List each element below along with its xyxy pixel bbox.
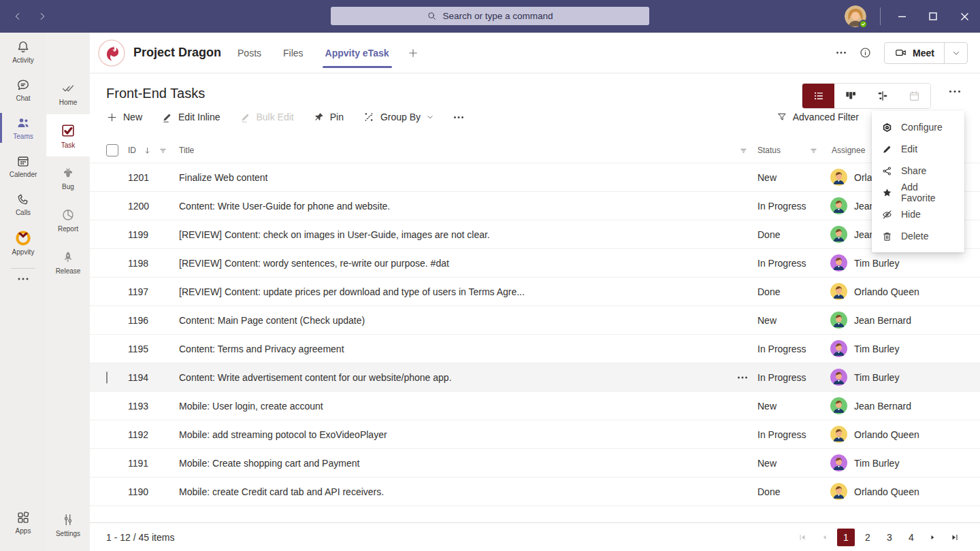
menu-item-share[interactable]: Share <box>872 160 964 182</box>
tab-files[interactable]: Files <box>283 33 304 73</box>
assignee-name: Tim Burley <box>854 344 899 354</box>
rail-item-calendar[interactable]: Calender <box>0 147 46 185</box>
module-item-task[interactable]: Task <box>46 114 90 156</box>
table-row[interactable]: 1194 Content: Write advertisement conten… <box>90 363 980 392</box>
rail-item-teams[interactable]: Teams <box>0 109 46 147</box>
page-number-button[interactable]: 2 <box>859 529 877 546</box>
assignee-name: Orlando Queen <box>854 486 919 497</box>
first-page-icon <box>798 533 807 542</box>
minimize-icon <box>898 12 906 21</box>
column-filter-icon[interactable] <box>159 146 167 155</box>
table-row[interactable]: 1195 Content: Terms and Privacy agreemen… <box>90 335 980 363</box>
tab-posts[interactable]: Posts <box>238 33 261 73</box>
assignee-avatar <box>830 454 847 471</box>
table-row[interactable]: 1199 [REVIEW] Content: check on images i… <box>90 220 980 249</box>
column-filter-icon[interactable] <box>809 146 818 155</box>
list-view-button[interactable] <box>802 84 834 108</box>
rail-item-appvity[interactable]: Appvity <box>0 223 46 261</box>
maximize-button[interactable] <box>917 0 949 33</box>
assignee-avatar <box>830 397 847 414</box>
page-number-button[interactable]: 3 <box>881 529 898 546</box>
tab-appvity-etask[interactable]: Appvity eTask <box>325 33 389 73</box>
table-row[interactable]: 1191 Mobile: Create shopping cart and Pa… <box>90 449 980 478</box>
pin-button[interactable]: Pin <box>313 112 344 123</box>
back-button[interactable] <box>11 10 24 23</box>
view-more-button[interactable] <box>949 90 961 93</box>
forward-button[interactable] <box>35 10 49 23</box>
previous-page-button[interactable] <box>815 529 833 546</box>
bulk-edit-button[interactable]: Bulk Edit <box>240 112 294 123</box>
rail-more-button[interactable] <box>17 277 29 281</box>
table-row[interactable]: 1201 Finalize Web content New Orlando Q <box>90 163 980 192</box>
rail-item-apps[interactable]: Apps <box>0 503 46 541</box>
gantt-view-button[interactable] <box>866 84 898 108</box>
assignee-avatar <box>830 254 847 271</box>
menu-item-delete[interactable]: Delete <box>872 225 964 247</box>
menu-item-configure[interactable]: Configure <box>872 116 964 138</box>
board-view-button[interactable] <box>834 84 866 108</box>
column-header-status[interactable]: Status <box>757 146 823 155</box>
toolbar-more-button[interactable] <box>453 116 464 119</box>
table-row[interactable]: 1192 Mobile: add streaming potocol to Ex… <box>90 420 980 449</box>
module-item-report[interactable]: Report <box>46 199 90 241</box>
more-dots-icon <box>17 277 29 281</box>
next-page-button[interactable] <box>924 529 942 546</box>
edit-inline-button[interactable]: Edit Inline <box>161 112 220 123</box>
rail-item-calls[interactable]: Calls <box>0 185 46 223</box>
row-more-button[interactable] <box>737 375 748 379</box>
new-button[interactable]: New <box>106 112 142 123</box>
menu-item-edit[interactable]: Edit <box>872 138 964 160</box>
menu-item-hide[interactable]: Hide <box>872 203 964 225</box>
meet-split-button: Meet <box>884 42 968 64</box>
calendar-view-button[interactable] <box>898 84 930 108</box>
task-status: New <box>757 401 823 412</box>
channel-info-button[interactable] <box>859 46 872 59</box>
task-status: New <box>757 458 823 469</box>
etask-module-sidebar: Home Task Bug Report Release Settings <box>46 33 90 551</box>
task-id: 1195 <box>128 344 179 354</box>
table-row[interactable]: 1197 [REVIEW] Content: update prices per… <box>90 278 980 306</box>
first-page-button[interactable] <box>794 529 811 546</box>
row-checkbox[interactable] <box>106 371 108 384</box>
eye-slash-icon <box>881 209 893 220</box>
rail-item-activity[interactable]: Activity <box>0 33 46 71</box>
module-item-bug[interactable]: Bug <box>46 156 90 199</box>
team-name: Project Dragon <box>133 46 221 60</box>
menu-item-add-favorite[interactable]: Add Favorite <box>872 182 964 203</box>
sort-descending-icon[interactable] <box>143 146 152 155</box>
meet-dropdown-button[interactable] <box>944 43 967 63</box>
module-item-release[interactable]: Release <box>46 241 90 283</box>
bug-icon <box>60 165 76 180</box>
items-count: 1 - 12 / 45 items <box>106 532 174 543</box>
settings-sliders-icon <box>60 512 76 527</box>
table-row[interactable]: 1193 Mobile: User login, create account … <box>90 392 980 420</box>
table-row[interactable]: 1198 [REVIEW] Content: wordy sentences, … <box>90 249 980 278</box>
task-status: Done <box>757 486 823 497</box>
column-header-title[interactable]: Title <box>179 146 757 155</box>
last-page-button[interactable] <box>946 529 964 546</box>
module-item-home[interactable]: Home <box>46 72 90 114</box>
command-search-input[interactable]: Search or type a command <box>331 7 649 25</box>
search-icon <box>427 11 437 21</box>
channel-more-button[interactable] <box>836 51 847 54</box>
page-number-button[interactable]: 4 <box>902 529 920 546</box>
table-row[interactable]: 1190 Mobile: create Credit card tab and … <box>90 478 980 506</box>
select-all-checkbox[interactable] <box>106 144 118 156</box>
table-row[interactable]: 1196 Content: Main Page content (Check u… <box>90 306 980 335</box>
table-row[interactable]: 1200 Content: Write User-Guide for phone… <box>90 192 980 220</box>
table-body: 1201 Finalize Web content New Orlando Q <box>90 163 980 506</box>
add-tab-button[interactable] <box>407 47 419 59</box>
minimize-button[interactable] <box>886 0 917 33</box>
group-by-button[interactable]: Group By <box>363 111 434 123</box>
column-header-id[interactable]: ID <box>128 146 179 155</box>
close-button[interactable] <box>949 0 980 33</box>
module-item-settings[interactable]: Settings <box>46 503 90 546</box>
rail-item-chat[interactable]: Chat <box>0 71 46 109</box>
report-pie-icon <box>60 207 76 222</box>
user-avatar[interactable] <box>845 5 866 27</box>
page-number-button[interactable]: 1 <box>837 529 855 546</box>
assignee-name: Tim Burley <box>854 372 899 383</box>
meet-button[interactable]: Meet <box>885 43 944 63</box>
advanced-filter-button[interactable]: Advanced Filter <box>777 112 859 122</box>
column-filter-icon[interactable] <box>739 146 748 155</box>
